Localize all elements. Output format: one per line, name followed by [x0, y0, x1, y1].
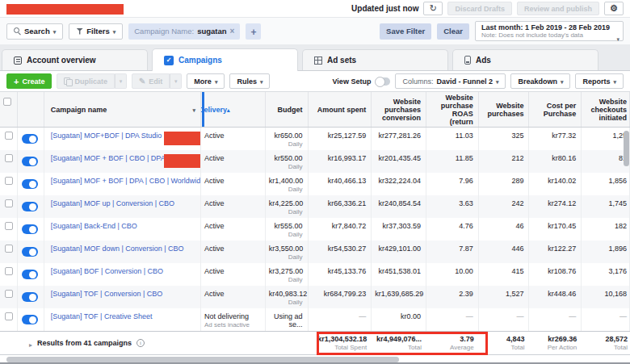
- campaign-toggle[interactable]: [22, 224, 38, 234]
- refresh-button[interactable]: [423, 2, 443, 15]
- filters-button[interactable]: Filters: [69, 23, 123, 40]
- more-button[interactable]: More: [187, 73, 225, 89]
- campaign-name-link[interactable]: [Sugatan] Back-End | CBO: [51, 222, 137, 230]
- campaign-toggle[interactable]: [22, 292, 38, 302]
- row-checkbox[interactable]: [5, 177, 13, 185]
- campaign-name-link[interactable]: [Sugatan] TOF | Creative Sheet: [51, 312, 153, 320]
- updated-status: Updated just now: [351, 4, 418, 13]
- chevron-down-icon: [616, 30, 620, 44]
- rules-label: Rules: [237, 77, 257, 86]
- chevron-down-icon: [113, 27, 116, 36]
- columns-button[interactable]: Columns: David - Funnel 2: [395, 73, 506, 89]
- rules-button[interactable]: Rules: [229, 73, 270, 89]
- purchases-cell: 446: [479, 241, 530, 263]
- results-summary[interactable]: Results from 41 campaigns: [0, 332, 308, 354]
- per-action-cost-value: kr269.36: [532, 335, 577, 343]
- breakdown-label: Breakdown: [518, 77, 557, 86]
- row-checkbox[interactable]: [5, 245, 13, 253]
- filter-funnel-icon: [76, 28, 83, 35]
- column-header-website-purchases[interactable]: Website purchases: [479, 92, 530, 127]
- campaign-toggle[interactable]: [22, 179, 38, 189]
- vertical-scrollbar[interactable]: [624, 131, 629, 166]
- campaign-name-link[interactable]: [Sugatan] MOF + BOF | DPA | CBO | Worldw…: [51, 177, 201, 185]
- edit-button[interactable]: Edit: [132, 73, 170, 89]
- row-checkbox[interactable]: [5, 154, 13, 162]
- campaign-name-link[interactable]: [Sugatan] MOF up | Conversion | CBO: [51, 199, 174, 207]
- campaign-name-link[interactable]: [Sugatan] MOF down | Conversion | CBO: [51, 245, 184, 253]
- discard-drafts-button[interactable]: Discard Drafts: [447, 2, 512, 15]
- row-checkbox[interactable]: [5, 222, 13, 230]
- expander-icon[interactable]: [29, 336, 32, 350]
- row-checkbox[interactable]: [5, 312, 13, 320]
- select-all-checkbox[interactable]: [3, 98, 11, 106]
- campaign-name-link[interactable]: [Sugatan] TOF | Conversion | CBO: [51, 290, 162, 298]
- tab-campaigns[interactable]: Campaigns: [152, 48, 298, 71]
- conversion-value-cell: kr201,435.45: [372, 150, 426, 173]
- duplicate-button[interactable]: Duplicate: [57, 73, 115, 89]
- date-range-value: Last month: 1 Feb 2019 - 28 Feb 2019: [481, 23, 610, 31]
- column-header-campaign-name[interactable]: Campaign name: [44, 92, 201, 127]
- save-filter-button[interactable]: Save Filter: [380, 23, 431, 40]
- table-body: [Sugatan] MOF+BOF | DPA Studio | CBO | A…: [0, 128, 630, 331]
- filter-chip-label: Campaign Name:: [134, 27, 194, 36]
- horizontal-scrollbar[interactable]: [6, 357, 399, 362]
- ad-sets-grid-icon: [314, 56, 322, 65]
- column-header-delivery[interactable]: Delivery: [201, 92, 266, 127]
- table-row: [Sugatan] MOF + BOF | CBO | DPA UGC | Ac…: [0, 150, 630, 173]
- reports-button[interactable]: Reports: [575, 73, 624, 89]
- sort-caret-icon: [193, 106, 196, 114]
- row-checkbox[interactable]: [5, 290, 13, 298]
- campaign-toggle[interactable]: [22, 134, 38, 144]
- add-filter-button[interactable]: [246, 23, 261, 40]
- conversion-value-cell: kr37,303.59: [372, 218, 426, 241]
- row-checkbox[interactable]: [5, 132, 13, 140]
- columns-label: Columns:: [402, 77, 433, 86]
- filter-chip-campaign-name[interactable]: Campaign Name: sugatan: [128, 23, 240, 40]
- chevron-down-icon: [561, 77, 564, 86]
- tab-ad-sets[interactable]: Ad sets: [302, 49, 448, 70]
- create-button[interactable]: Create: [6, 73, 52, 89]
- table-row: [Sugatan] BOF | Conversion | CBO Active …: [0, 263, 630, 286]
- view-setup-toggle[interactable]: [376, 77, 390, 86]
- row-checkbox[interactable]: [5, 199, 13, 207]
- breakdown-button[interactable]: Breakdown: [510, 73, 570, 89]
- date-range-selector[interactable]: Last month: 1 Feb 2019 - 28 Feb 2019 Not…: [475, 21, 624, 41]
- clear-filter-button[interactable]: Clear: [437, 23, 469, 40]
- settings-button[interactable]: [604, 2, 624, 15]
- review-publish-button[interactable]: Review and publish: [517, 2, 599, 15]
- column-header-roas[interactable]: Website purchase ROAS (return: [426, 92, 479, 127]
- total-checkouts-value: 28,572: [585, 335, 628, 343]
- campaign-toggle[interactable]: [22, 202, 38, 211]
- campaign-toggle[interactable]: [22, 315, 38, 324]
- total-purchases-label: Total: [482, 344, 525, 351]
- amount-spent-cell: kr54,530.27: [309, 241, 372, 263]
- column-header-budget[interactable]: Budget: [266, 92, 309, 127]
- roas-cell: 3.63: [426, 195, 479, 218]
- duplicate-label: Duplicate: [74, 77, 107, 86]
- campaign-name-link[interactable]: [Sugatan] BOF | Conversion | CBO: [51, 267, 163, 275]
- campaign-toggle[interactable]: [22, 157, 38, 166]
- tab-ads[interactable]: Ads: [452, 49, 598, 70]
- roas-cell: 11.85: [426, 150, 479, 173]
- campaigns-toolbar: Create Duplicate Edit More Rules View Se…: [0, 71, 630, 91]
- column-header-checkouts-initiated[interactable]: Website checkouts initiated: [582, 92, 630, 127]
- toggle-column-header: [18, 92, 44, 127]
- edit-caret-button[interactable]: [170, 73, 182, 89]
- column-header-purchases-conversion[interactable]: Website purchases conversion: [372, 92, 426, 127]
- column-header-cost-per-purchase[interactable]: Cost per Purchase: [529, 92, 582, 127]
- campaign-toggle[interactable]: [22, 270, 38, 279]
- budget-type: Daily: [269, 231, 303, 238]
- campaign-toggle[interactable]: [22, 247, 38, 257]
- delivery-status: Active: [204, 290, 260, 298]
- plus-icon: [250, 24, 256, 39]
- cost-per-purchase-cell: kr140.02: [529, 173, 582, 195]
- close-icon[interactable]: [230, 27, 235, 36]
- search-button[interactable]: Search: [6, 23, 63, 40]
- info-icon[interactable]: [136, 339, 145, 347]
- table-row: [Sugatan] MOF down | Conversion | CBO Ac…: [0, 241, 630, 263]
- row-checkbox[interactable]: [5, 267, 13, 275]
- checkouts-cell: 10,168: [582, 286, 630, 308]
- duplicate-caret-button[interactable]: [115, 73, 127, 89]
- column-header-amount-spent[interactable]: Amount spent: [309, 92, 372, 127]
- tab-account-overview[interactable]: Account overview: [2, 49, 148, 70]
